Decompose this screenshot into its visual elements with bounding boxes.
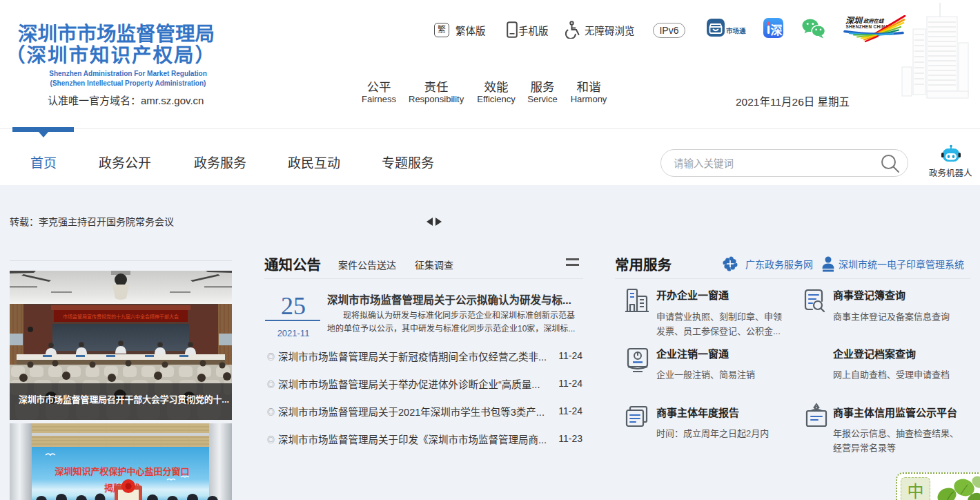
svg-text:政府在线: 政府在线 [863, 18, 885, 24]
svg-text:深: 深 [771, 23, 783, 37]
svg-text:深圳市市场监督管理局召开干部大会学习贯彻党的十...: 深圳市市场监督管理局召开干部大会学习贯彻党的十... [19, 394, 229, 405]
svg-text:SHENZHEN CHINA: SHENZHEN CHINA [846, 24, 889, 29]
svg-text:市场监管局宣传贯彻党的十九届六中全会精神干部大会: 市场监管局宣传贯彻党的十九届六中全会精神干部大会 [63, 314, 179, 320]
svg-text:深圳知识产权保护中心盐田分窗口: 深圳知识产权保护中心盐田分窗口 [55, 466, 189, 477]
